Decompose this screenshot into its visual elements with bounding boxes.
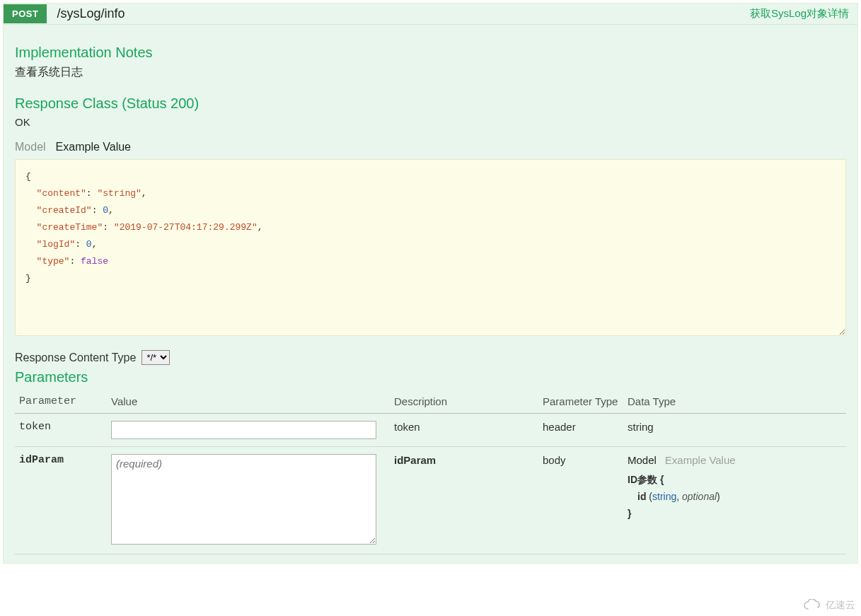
endpoint-summary[interactable]: 获取SysLog对象详情 xyxy=(741,4,857,23)
method-badge: POST xyxy=(4,4,47,23)
col-parameter-type: Parameter Type xyxy=(538,390,623,414)
param-type: header xyxy=(538,414,623,447)
response-content-type-select[interactable]: */* xyxy=(141,350,170,365)
param-description: idParam xyxy=(390,447,538,554)
col-description: Description xyxy=(390,390,538,414)
operation-panel: POST /sysLog/info 获取SysLog对象详情 Implement… xyxy=(3,3,858,564)
param-value-cell xyxy=(107,414,390,447)
col-data-type: Data Type xyxy=(623,390,846,414)
col-parameter: Parameter xyxy=(15,390,107,414)
response-content-type-row: Response Content Type */* xyxy=(15,350,846,365)
parameters-table: Parameter Value Description Parameter Ty… xyxy=(15,390,846,554)
tab-model[interactable]: Model xyxy=(15,141,46,153)
param-idparam-textarea[interactable] xyxy=(111,454,376,545)
data-type-model: ID参数 { id (string, optional) } xyxy=(628,472,842,522)
col-value: Value xyxy=(107,390,390,414)
impl-notes-title: Implementation Notes xyxy=(15,45,846,61)
param-name: token xyxy=(15,414,107,447)
data-type-tabs: Model Example Value xyxy=(628,454,842,466)
param-data-type-cell: Model Example Value ID参数 { id (string, o… xyxy=(623,447,846,554)
endpoint-path: /sysLog/info xyxy=(47,4,741,24)
param-value-cell xyxy=(107,447,390,554)
response-tabs: Model Example Value xyxy=(15,141,846,153)
table-row: token token header string xyxy=(15,414,846,447)
param-data-type: string xyxy=(623,414,846,447)
impl-notes-text: 查看系统日志 xyxy=(15,65,846,80)
response-class-title: Response Class (Status 200) xyxy=(15,95,846,112)
tab-example-value[interactable]: Example Value xyxy=(56,141,131,153)
response-status-text: OK xyxy=(15,116,846,128)
table-row: idParam idParam body Model Example Value… xyxy=(15,447,846,554)
example-json-box[interactable]: { "content": "string", "createId": 0, "c… xyxy=(15,159,846,336)
operation-header[interactable]: POST /sysLog/info 获取SysLog对象详情 xyxy=(4,4,857,25)
parameters-header-row: Parameter Value Description Parameter Ty… xyxy=(15,390,846,414)
operation-body: Implementation Notes 查看系统日志 Response Cla… xyxy=(4,25,857,563)
param-description: token xyxy=(390,414,538,447)
param-type: body xyxy=(538,447,623,554)
param-token-input[interactable] xyxy=(111,421,376,439)
dtype-tab-model[interactable]: Model xyxy=(628,454,657,466)
param-name: idParam xyxy=(15,447,107,554)
response-content-type-label: Response Content Type xyxy=(15,351,136,364)
parameters-title: Parameters xyxy=(15,369,846,385)
dtype-tab-example[interactable]: Example Value xyxy=(665,454,736,466)
